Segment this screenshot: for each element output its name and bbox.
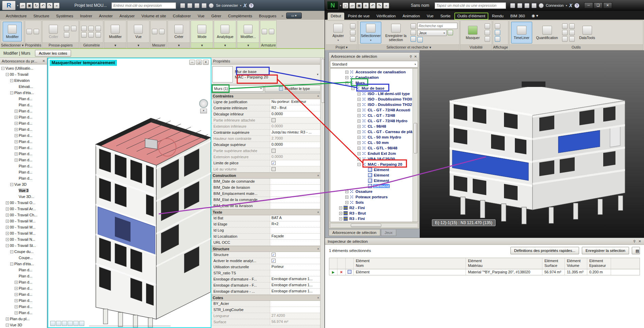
tree-item[interactable]: +CL - GT - 72/48 Acousti	[330, 107, 413, 113]
revit-tab-g-rer[interactable]: Gérer	[208, 13, 224, 20]
autodesk-rendering-icon[interactable]	[562, 23, 568, 29]
tree-vertical-scrollbar[interactable]	[413, 69, 418, 222]
property-value[interactable]	[270, 240, 320, 245]
ribbon-group-label[interactable]: Visibilité	[460, 44, 492, 50]
tool-icon[interactable]	[81, 32, 87, 38]
collapse-chevron-icon[interactable]: »	[316, 297, 319, 298]
property-value[interactable]: Porteur	[270, 264, 320, 270]
open-icon[interactable]: ▱	[20, 3, 25, 8]
tree-item[interactable]: +CL - GTL - 98/48	[330, 145, 413, 151]
browser-item[interactable]: Coupe...	[0, 255, 47, 261]
navis-tab-outils-d-l-ment[interactable]: Outils d'élément	[454, 13, 488, 20]
browser-item[interactable]: +Plan d...	[0, 304, 47, 310]
browser-item[interactable]: +Plan d...	[0, 145, 47, 151]
pin-icon[interactable]: ⚲	[633, 239, 636, 243]
expander-icon[interactable]: −	[6, 324, 9, 327]
sync-icon[interactable]: ↻	[33, 3, 39, 8]
property-section-header[interactable]: Construction»	[211, 172, 320, 179]
expander-icon[interactable]: +	[6, 317, 9, 321]
expander-icon[interactable]: −	[10, 250, 13, 253]
close-icon[interactable]: ✕	[603, 2, 612, 8]
pen-icon[interactable]	[194, 3, 199, 8]
close-icon[interactable]: ✕	[203, 60, 209, 65]
ribbon-group-label[interactable]: ▾	[191, 42, 213, 48]
property-section-header[interactable]: Contraintes»	[211, 93, 320, 99]
expander-icon[interactable]: +	[15, 311, 18, 314]
browser-item[interactable]: +Plan d...	[0, 157, 47, 163]
find-icon[interactable]	[417, 37, 423, 42]
coller-button[interactable]: Coller	[44, 22, 63, 41]
browser-item[interactable]: Plan d...	[0, 163, 47, 169]
tool-icon[interactable]	[88, 26, 94, 31]
view-control-bar[interactable]	[50, 321, 84, 326]
property-value[interactable]: Enrobage d'armature 1...	[270, 289, 320, 294]
revit-tab-structure[interactable]: Structure	[30, 13, 52, 20]
property-value[interactable]	[270, 197, 320, 203]
appearance-profiler-icon[interactable]	[569, 36, 575, 42]
property-value[interactable]: 0.0000	[270, 154, 320, 160]
navis-tab-animation[interactable]: Animation	[400, 13, 423, 20]
browser-item[interactable]: +00 - Travail M...	[0, 218, 47, 224]
save-selection-button[interactable]: Enregistrer la sélection	[582, 247, 629, 254]
property-value[interactable]	[270, 179, 320, 184]
more-icon[interactable]: »	[54, 3, 59, 8]
key-icon[interactable]	[187, 3, 192, 8]
help-icon[interactable]: ?	[249, 3, 254, 8]
find-items-icon[interactable]	[448, 30, 453, 35]
ribbon-group-label[interactable]: ▾	[104, 42, 126, 48]
browser-item[interactable]: +Plan d...	[0, 108, 47, 114]
undo-icon[interactable]: ↶	[370, 3, 376, 8]
expander-icon[interactable]: +	[358, 158, 361, 161]
selection-tree-toggle-icon[interactable]	[411, 36, 416, 42]
property-value[interactable]	[270, 203, 320, 209]
dock-tab-jeux[interactable]: Jeux	[381, 230, 396, 236]
checkbox[interactable]	[272, 149, 276, 153]
revit-tab-collaborer[interactable]: Collaborer	[170, 13, 194, 20]
tree-item[interactable]: +VBA 18 C25/30	[330, 156, 413, 162]
browser-item[interactable]: +00 - Travail N...	[0, 236, 47, 242]
browser-item[interactable]: +Plan d...	[0, 310, 47, 316]
browser-item[interactable]: Plan d...	[0, 96, 47, 102]
property-section-header[interactable]: Structure»	[211, 246, 320, 252]
tree-item[interactable]: +CL - GT - 72/48	[330, 113, 413, 118]
exchange-apps-icon[interactable]: X	[243, 3, 246, 8]
property-section-header[interactable]: Texte»	[211, 209, 320, 215]
property-value[interactable]: Façade	[270, 234, 320, 239]
property-value[interactable]: 2.7000	[270, 136, 320, 142]
revit-logo-icon[interactable]: R	[2, 1, 16, 10]
ribbon-group-label[interactable]: ▾	[237, 42, 259, 48]
compare-icon[interactable]	[569, 30, 575, 35]
expander-icon[interactable]: +	[6, 207, 9, 211]
open-icon[interactable]: ▱	[349, 3, 355, 8]
tool-icon[interactable]	[269, 29, 274, 34]
browser-item[interactable]: +00 - Travail M...	[0, 224, 47, 230]
redo-icon[interactable]: ↷	[377, 3, 382, 8]
modifier-button[interactable]: Modifier	[3, 22, 22, 41]
sign-in-caret-icon[interactable]: ▾	[240, 4, 241, 7]
property-value[interactable]: Enrobage d'armature 1...	[270, 283, 320, 288]
expander-icon[interactable]: −	[358, 163, 361, 166]
browser-item[interactable]: +00 - Travail O...	[0, 200, 47, 206]
sign-in-caret-icon[interactable]: ▾	[566, 4, 567, 7]
tool-icon[interactable]	[159, 29, 164, 34]
revit-tab-architecture[interactable]: Architecture	[3, 13, 30, 20]
expander-icon[interactable]: −	[351, 87, 354, 90]
expander-icon[interactable]: +	[358, 141, 361, 144]
expander-icon[interactable]: +	[15, 152, 18, 156]
tree-item[interactable]: +CL - GT - Carreau de plâ	[330, 129, 413, 134]
delete-icon[interactable]: ✕	[337, 269, 346, 275]
binoculars-icon[interactable]	[510, 3, 515, 8]
browser-item[interactable]: +Plan d...	[0, 151, 47, 157]
revit-tab-ins-rer[interactable]: Insérer	[77, 13, 95, 20]
revit-tab-vue[interactable]: Vue	[195, 13, 208, 20]
browser-item[interactable]: +Plan d...	[0, 279, 47, 285]
expander-icon[interactable]: +	[358, 109, 361, 112]
tool-icon[interactable]	[262, 29, 267, 34]
clash-icon[interactable]	[562, 36, 568, 42]
ribbon-group-label[interactable]: Géométrie	[80, 42, 103, 48]
browser-item[interactable]: +Plan d...	[0, 120, 47, 126]
collapse-chevron-icon[interactable]: »	[316, 95, 319, 97]
property-value[interactable]	[270, 307, 320, 313]
unhide-all-icon[interactable]	[485, 36, 490, 42]
navis-tab-vue[interactable]: Vue	[424, 13, 437, 20]
